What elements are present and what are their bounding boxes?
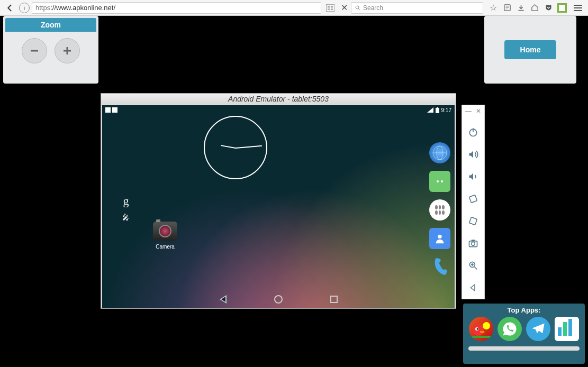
notification-icon <box>105 107 111 113</box>
svg-point-38 <box>483 322 490 329</box>
url-rest: ://www.apkonline.net/ <box>50 4 115 12</box>
library-icon[interactable] <box>502 3 512 13</box>
battery-addon-icon[interactable] <box>557 3 567 13</box>
zoom-panel: Zoom <box>3 16 98 84</box>
volume-down-button[interactable] <box>466 170 480 183</box>
svg-point-7 <box>356 6 359 9</box>
svg-rect-39 <box>558 327 562 336</box>
all-apps-button[interactable] <box>429 199 450 221</box>
app-whatsapp[interactable] <box>497 317 522 341</box>
bookmark-star-icon[interactable]: ☆ <box>489 3 498 13</box>
mic-icon[interactable]: 🎤︎ <box>122 213 130 222</box>
top-apps-header: Top Apps: <box>463 304 585 317</box>
contacts-app-icon[interactable] <box>429 228 450 249</box>
nav-recents-button[interactable] <box>330 296 338 303</box>
url-scheme: https <box>35 4 50 12</box>
app-angry-birds[interactable] <box>469 317 493 341</box>
search-icon <box>355 5 361 11</box>
app-chart[interactable] <box>555 317 579 341</box>
app-dock <box>429 142 450 278</box>
home-panel: Home <box>484 16 576 84</box>
svg-rect-17 <box>112 107 117 113</box>
notification-icon <box>112 107 117 113</box>
messaging-app-icon[interactable] <box>429 171 450 192</box>
browser-toolbar: i https://www.apkonline.net/ ✕ Search ☆ <box>0 0 588 16</box>
svg-rect-27 <box>469 217 477 225</box>
google-g-icon: g <box>123 194 129 208</box>
emulator-screen[interactable]: 9:17 g 🎤︎ Camera <box>102 105 455 308</box>
back-button[interactable] <box>3 1 17 15</box>
camera-icon <box>153 222 177 241</box>
zoom-button[interactable] <box>466 259 480 272</box>
clock-widget[interactable] <box>204 116 267 179</box>
rotate-left-button[interactable] <box>466 192 480 206</box>
home-button[interactable]: Home <box>504 40 557 59</box>
close-button[interactable]: ✕ <box>476 107 481 115</box>
svg-line-8 <box>359 8 360 10</box>
svg-point-23 <box>438 235 441 238</box>
camera-app-shortcut[interactable]: Camera <box>153 222 177 250</box>
downloads-icon[interactable] <box>516 3 526 13</box>
svg-rect-30 <box>472 240 475 241</box>
battery-status-icon <box>436 107 439 113</box>
search-placeholder: Search <box>363 4 383 12</box>
emulator-title: Android Emulator - tablet:5503 <box>101 94 456 104</box>
minimize-button[interactable]: — <box>465 107 472 115</box>
nav-back-button[interactable] <box>220 295 227 304</box>
search-bar[interactable]: Search <box>351 2 483 14</box>
zoom-in-button[interactable] <box>55 38 80 63</box>
screenshot-button[interactable] <box>466 236 480 250</box>
hamburger-menu-button[interactable] <box>571 1 585 15</box>
emulator-sidebar: — ✕ <box>462 105 485 299</box>
android-nav-bar <box>102 291 455 308</box>
browser-app-icon[interactable] <box>429 142 450 163</box>
svg-point-29 <box>472 242 475 246</box>
stop-button[interactable]: ✕ <box>339 3 349 13</box>
app-telegram[interactable] <box>526 317 550 341</box>
emulator-window: Android Emulator - tablet:5503 9:17 g <box>101 93 456 309</box>
top-apps-scrollbar[interactable] <box>468 346 580 351</box>
google-search-widget[interactable]: g 🎤︎ <box>122 194 130 222</box>
sidebar-back-button[interactable] <box>466 281 480 295</box>
home-icon[interactable] <box>530 3 539 13</box>
signal-icon <box>427 107 433 113</box>
svg-rect-0 <box>326 4 334 12</box>
nav-home-button[interactable] <box>274 295 283 304</box>
svg-rect-40 <box>563 322 567 336</box>
reader-view-icon[interactable] <box>325 3 335 13</box>
svg-line-32 <box>475 267 477 270</box>
svg-point-37 <box>477 328 478 330</box>
camera-label: Camera <box>153 244 177 250</box>
site-info-icon[interactable]: i <box>19 3 30 13</box>
svg-rect-16 <box>105 107 111 113</box>
svg-rect-26 <box>469 195 477 203</box>
phone-app-icon[interactable] <box>427 254 453 280</box>
power-button[interactable] <box>466 125 480 139</box>
pocket-icon[interactable] <box>544 3 553 13</box>
rotate-right-button[interactable] <box>466 214 480 228</box>
svg-rect-19 <box>437 107 438 108</box>
volume-up-button[interactable] <box>466 148 480 161</box>
svg-point-35 <box>473 324 484 336</box>
page-area: Zoom Home Android Emulator - tablet:5503 <box>0 16 588 367</box>
zoom-label: Zoom <box>5 18 96 32</box>
svg-rect-18 <box>436 108 439 113</box>
zoom-out-button[interactable] <box>22 38 47 63</box>
android-status-bar: 9:17 <box>102 105 455 115</box>
url-bar[interactable]: https://www.apkonline.net/ <box>32 2 321 14</box>
status-time: 9:17 <box>441 107 451 113</box>
top-apps-panel: Top Apps: <box>463 304 585 364</box>
svg-rect-41 <box>568 319 572 336</box>
